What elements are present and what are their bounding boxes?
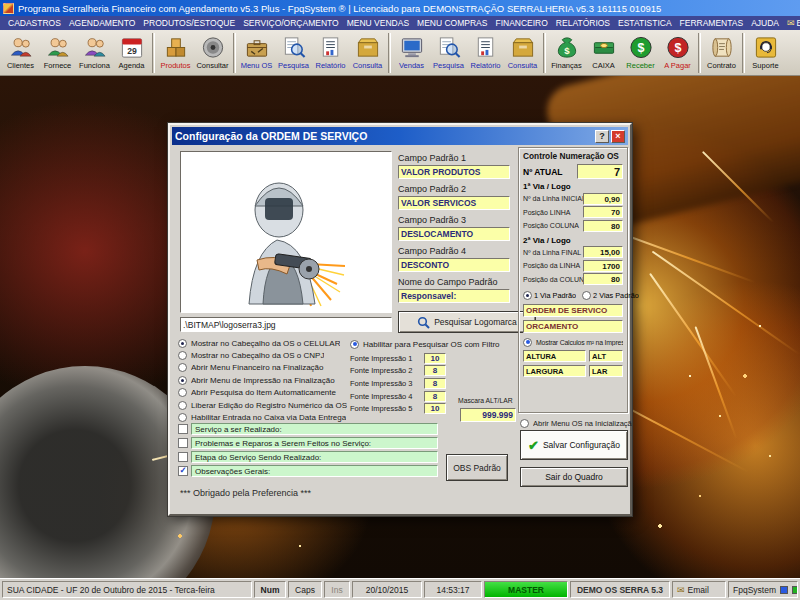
- via1-value[interactable]: 80: [583, 220, 623, 232]
- font-rows: Fonte Impressão 110Fonte Impressão 28Fon…: [350, 352, 454, 415]
- campo3-input[interactable]: [398, 227, 510, 241]
- products-icon: [163, 35, 189, 60]
- numero-atual-value[interactable]: 7: [577, 164, 623, 179]
- toolbar-pesquisa-button[interactable]: Pesquisa: [430, 31, 467, 75]
- font-size-input[interactable]: 10: [424, 353, 446, 364]
- logo-path-input[interactable]: [180, 317, 392, 332]
- menu-servico-orcamento[interactable]: SERVIÇO/ORÇAMENTO: [239, 18, 343, 28]
- menu-ferramentas[interactable]: FERRAMENTAS: [676, 18, 748, 28]
- toolbar-fornece-button[interactable]: Fornece: [39, 31, 76, 75]
- nome-campo-input[interactable]: [398, 289, 510, 303]
- status-email[interactable]: ✉ Email: [672, 581, 726, 598]
- menu-e-mail[interactable]: ✉E-MAIL: [783, 18, 800, 28]
- doc-name-input-2[interactable]: ORCAMENTO: [523, 320, 623, 333]
- via-2-padrao-radio[interactable]: 2 Vias Padrão: [582, 291, 639, 300]
- toolbar-consulta-button[interactable]: Consulta: [504, 31, 541, 75]
- menubar: CADASTROSAGENDAMENTOPRODUTOS/ESTOQUESERV…: [0, 16, 800, 30]
- toolbar-funciona-button[interactable]: Funciona: [76, 31, 113, 75]
- toolbar-agenda-button[interactable]: 29Agenda: [113, 31, 150, 75]
- campo2-input[interactable]: [398, 196, 510, 210]
- via2-value[interactable]: 80: [583, 273, 623, 285]
- font-size-input[interactable]: 8: [424, 391, 446, 402]
- service-rows: Serviço a ser Realizado:Problemas e Repa…: [178, 422, 442, 478]
- salvar-configuracao-label: Salvar Configuração: [543, 440, 620, 450]
- menu-financeiro[interactable]: FINANCEIRO: [491, 18, 551, 28]
- campo4-input[interactable]: [398, 258, 510, 272]
- calc-option[interactable]: Mostrar Calculos m² na Impressão: [523, 336, 623, 348]
- toolbar-produtos-button[interactable]: Produtos: [157, 31, 194, 75]
- toolbar-button-label: Consulta: [353, 61, 383, 70]
- campo1-input[interactable]: [398, 165, 510, 179]
- campo4-label: Campo Padrão 4: [398, 246, 466, 256]
- font-size-input[interactable]: 8: [424, 378, 446, 389]
- toolbar-suporte-button[interactable]: Suporte: [747, 31, 784, 75]
- toolbar-caixa-button[interactable]: CAIXA: [585, 31, 622, 75]
- check-icon: ✔: [528, 438, 539, 453]
- toolbar-relatorio-button[interactable]: Relatório: [312, 31, 349, 75]
- toolbar-receber-button[interactable]: $Receber: [622, 31, 659, 75]
- font-size-input[interactable]: 8: [424, 365, 446, 376]
- dim-label-box[interactable]: ALTURA: [523, 350, 586, 362]
- status-brand-label: FpqSystem: [733, 585, 776, 595]
- salvar-configuracao-button[interactable]: ✔ Salvar Configuração: [520, 430, 628, 460]
- toolbar-button-label: Funciona: [79, 61, 110, 70]
- via2-value[interactable]: 1700: [583, 260, 623, 272]
- menu-label: ESTATISTICA: [618, 18, 672, 28]
- init-option[interactable]: Abrir Menu OS na Inicialização: [520, 417, 632, 429]
- toolbar-financas-button[interactable]: $Finanças: [548, 31, 585, 75]
- doc-inputs: ORDEM DE SERVICOORCAMENTO: [523, 304, 623, 333]
- via-1-padrao-radio[interactable]: 1 Via Padrão: [523, 291, 576, 300]
- dim-value-box[interactable]: ALT: [589, 350, 623, 362]
- menu-menu-compras[interactable]: MENU COMPRAS: [413, 18, 491, 28]
- menu-ajuda[interactable]: AJUDA: [747, 18, 783, 28]
- filter-option[interactable]: Habilitar para Pesquisar OS com Filtro: [350, 338, 518, 350]
- menu-produtos-estoque[interactable]: PRODUTOS/ESTOQUE: [139, 18, 239, 28]
- menu-agendamento[interactable]: AGENDAMENTO: [65, 18, 139, 28]
- doc-name-input-1[interactable]: ORDEM DE SERVICO: [523, 304, 623, 317]
- dialog-titlebar[interactable]: Configuração da ORDEM DE SERVIÇO ? ×: [172, 127, 628, 145]
- checkbox-icon[interactable]: [178, 424, 188, 434]
- menu-estatistica[interactable]: ESTATISTICA: [614, 18, 676, 28]
- dim-label-box[interactable]: LARGURA: [523, 365, 586, 377]
- font-row-4: Fonte Impressão 48: [350, 390, 454, 403]
- pesquisar-logomarca-button[interactable]: Pesquisar Logomarca: [398, 311, 536, 333]
- checkbox-icon[interactable]: [178, 438, 188, 448]
- font-size-input[interactable]: 10: [424, 403, 446, 414]
- checkbox-icon[interactable]: ✓: [178, 466, 188, 476]
- left-option-3[interactable]: Abrir Menu Financeiro na Finalização: [178, 362, 350, 374]
- toolbar-a-pagar-button[interactable]: $A Pagar: [659, 31, 696, 75]
- left-option-4[interactable]: Abrir Menu de Impressão na Finalização: [178, 374, 350, 386]
- toolbar-vendas-button[interactable]: Vendas: [393, 31, 430, 75]
- left-option-2[interactable]: Mostrar no Cabeçalho da OS o CNPJ: [178, 349, 350, 361]
- menu-cadastros[interactable]: CADASTROS: [4, 18, 65, 28]
- dialog-close-button[interactable]: ×: [611, 130, 625, 143]
- service-field-label: Serviço a ser Realizado:: [191, 423, 438, 435]
- toolbar-consultar-button[interactable]: Consultar: [194, 31, 231, 75]
- toolbar-clientes-button[interactable]: Clientes: [2, 31, 39, 75]
- left-option-6[interactable]: Liberar Edição do Registro Numérico da O…: [178, 399, 350, 411]
- toolbar-relatorio-button[interactable]: Relatório: [467, 31, 504, 75]
- window-titlebar[interactable]: Programa Serralheria Financeiro com Agen…: [0, 0, 800, 16]
- menu-menu-vendas[interactable]: MENU VENDAS: [343, 18, 413, 28]
- toolbar-menu-os-button[interactable]: Menu OS: [238, 31, 275, 75]
- obs-padrao-button[interactable]: OBS Padrão: [446, 454, 508, 481]
- left-option-5[interactable]: Abrir Pesquisa do Item Automaticamente: [178, 387, 350, 399]
- toolbar-pesquisa-button[interactable]: Pesquisa: [275, 31, 312, 75]
- email-icon: ✉: [787, 18, 795, 28]
- toolbar-contrato-button[interactable]: Contrato: [703, 31, 740, 75]
- via1-value[interactable]: 0,90: [583, 193, 623, 205]
- toolbar-button-label: Clientes: [7, 61, 34, 70]
- toolbar-button-label: Pesquisa: [433, 61, 464, 70]
- via2-value[interactable]: 15,00: [583, 246, 623, 258]
- left-option-1[interactable]: Mostrar no Cabeçalho da OS o CELULAR: [178, 337, 350, 349]
- dialog-help-button[interactable]: ?: [595, 130, 609, 143]
- toolbar-consulta-button[interactable]: Consulta: [349, 31, 386, 75]
- menu-label: E-MAIL: [797, 18, 800, 28]
- mascara-input[interactable]: [460, 408, 516, 422]
- menu-relatorios[interactable]: RELATÓRIOS: [552, 18, 614, 28]
- dim-value-box[interactable]: LAR: [589, 365, 623, 377]
- checkbox-icon[interactable]: [178, 452, 188, 462]
- via1-value[interactable]: 70: [583, 206, 623, 218]
- toolbar-button-label: Relatório: [470, 61, 500, 70]
- sair-do-quadro-button[interactable]: Sair do Quadro: [520, 467, 628, 487]
